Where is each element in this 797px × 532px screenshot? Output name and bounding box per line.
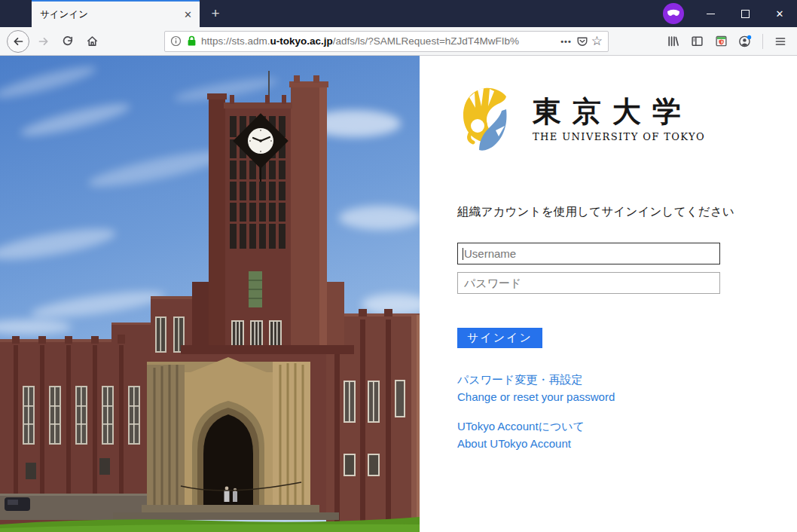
url-bar[interactable]: https://sts.adm.u-tokyo.ac.jp/adfs/ls/?S… xyxy=(164,31,609,52)
browser-tab[interactable]: サインイン ✕ xyxy=(32,0,200,27)
extension-shield-icon[interactable] xyxy=(710,31,731,52)
pocket-icon[interactable] xyxy=(576,35,588,47)
browser-toolbar: https://sts.adm.u-tokyo.ac.jp/adfs/ls/?S… xyxy=(0,27,797,56)
home-icon[interactable] xyxy=(81,31,102,52)
link-password-reset-ja[interactable]: パスワード変更・再設定 xyxy=(457,371,582,388)
reload-icon[interactable] xyxy=(57,31,78,52)
logo-english: THE UNIVERSITY OF TOKYO xyxy=(533,131,705,142)
ginkgo-logo-icon xyxy=(461,87,509,156)
forward-icon[interactable] xyxy=(33,31,54,52)
private-browsing-mask-icon xyxy=(663,3,684,24)
close-button[interactable]: ✕ xyxy=(762,0,797,27)
info-icon[interactable] xyxy=(170,35,182,47)
maximize-button[interactable] xyxy=(728,0,762,27)
bookmark-star-icon[interactable]: ☆ xyxy=(588,35,603,47)
text-caret xyxy=(463,248,463,260)
page-actions-icon[interactable]: ••• xyxy=(556,37,576,46)
link-password-reset-en[interactable]: Change or reset your password xyxy=(457,388,615,405)
sidebar-icon[interactable] xyxy=(686,31,707,52)
url-text: https://sts.adm.u-tokyo.ac.jp/adfs/ls/?S… xyxy=(201,35,556,47)
minimize-button[interactable] xyxy=(693,0,728,27)
account-icon[interactable] xyxy=(734,31,756,52)
browser-window: サインイン ✕ + ✕ xyxy=(0,0,797,532)
signin-instruction: 組織アカウントを使用してサインインしてください xyxy=(457,204,797,220)
signin-panel: 東京大学 THE UNIVERSITY OF TOKYO 組織アカウントを使用し… xyxy=(420,56,797,532)
library-icon[interactable] xyxy=(662,31,683,52)
signin-button[interactable]: サインイン xyxy=(457,328,542,348)
campus-photo xyxy=(0,56,420,532)
back-icon[interactable] xyxy=(7,30,29,53)
menu-icon[interactable] xyxy=(770,31,791,52)
lock-icon[interactable] xyxy=(187,35,197,47)
logo-kanji: 東京大学 xyxy=(533,97,705,126)
link-about-account-en[interactable]: About UTokyo Account xyxy=(457,435,571,452)
username-input[interactable] xyxy=(457,243,720,264)
utokyo-logo: 東京大学 THE UNIVERSITY OF TOKYO xyxy=(461,87,797,156)
tab-title: サインイン xyxy=(40,8,182,21)
new-tab-button[interactable]: + xyxy=(206,4,225,23)
password-input[interactable] xyxy=(457,272,720,294)
tab-close-icon[interactable]: ✕ xyxy=(182,8,194,21)
link-about-account-ja[interactable]: UTokyo Accountについて xyxy=(457,417,585,435)
browser-titlebar: サインイン ✕ + ✕ xyxy=(0,0,797,27)
